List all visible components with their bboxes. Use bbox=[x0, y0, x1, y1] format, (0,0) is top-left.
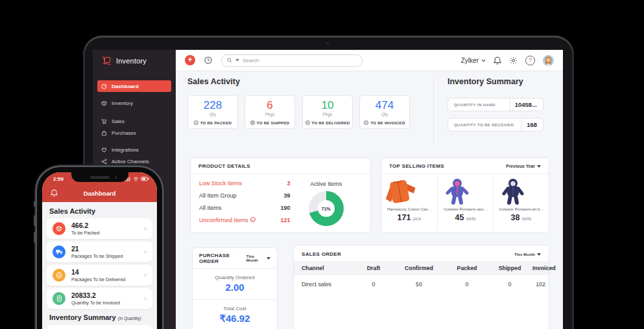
to-be-invoiced-card[interactable]: 474 Qty TO BE INVOICED bbox=[359, 95, 410, 129]
top-selling-item[interactable]: Cutiepie Rompers-jet b... 38 sets bbox=[493, 174, 549, 230]
top-selling-items-card: TOP SELLING ITEMS Previous Year bbox=[381, 157, 549, 233]
phone-volume-down-button bbox=[34, 232, 36, 243]
top-selling-title: TOP SELLING ITEMS bbox=[389, 163, 444, 169]
table-row[interactable]: Direct sales 0 50 0 0 102 bbox=[294, 275, 549, 293]
search-icon bbox=[227, 58, 232, 63]
total-cost-label: Total Cost bbox=[193, 306, 277, 312]
summary-card-partial[interactable] bbox=[47, 325, 152, 329]
app-logo: Inventory bbox=[101, 56, 147, 66]
phone-nav-bar: Dashboard bbox=[42, 185, 157, 202]
phone-volume-up-button bbox=[34, 215, 36, 226]
sidebar-item-dashboard[interactable]: Dashboard bbox=[97, 80, 171, 92]
phone-mute-switch bbox=[34, 201, 36, 207]
to-be-invoiced-card[interactable]: 20833.2 Quantity To be Invoiced › bbox=[47, 288, 152, 309]
chevron-right-icon: › bbox=[144, 224, 147, 232]
unconfirmed-items-row[interactable]: Unconfirmed Itemsi 121 bbox=[199, 214, 291, 227]
to-be-packed-card[interactable]: 228 Qty TO BE PACKED bbox=[187, 95, 238, 129]
sidebar-item-integrations[interactable]: Integrations bbox=[97, 144, 171, 155]
phone-notch bbox=[71, 172, 128, 182]
box-icon bbox=[101, 100, 107, 106]
romper-navy-product-image bbox=[494, 177, 532, 205]
search-placeholder: Search bbox=[243, 58, 259, 63]
sidebar-item-inventory[interactable]: Inventory bbox=[97, 97, 171, 109]
chevron-down-icon bbox=[481, 59, 486, 62]
product-details-card: PRODUCT DETAILS Low Stock Items 3 All It… bbox=[190, 157, 371, 233]
tablet-camera bbox=[326, 41, 329, 45]
main-content: + Search bbox=[176, 50, 563, 329]
phone-inventory-summary-title: Inventory Summary (In Quantity) bbox=[49, 313, 141, 321]
battery-icon bbox=[141, 177, 149, 181]
help-icon[interactable]: ? bbox=[525, 56, 535, 65]
caret-down-icon bbox=[267, 257, 270, 260]
top-selling-item[interactable]: Hanswooly Cotton Cas... 171 pcs bbox=[381, 174, 437, 230]
wifi-icon bbox=[133, 177, 139, 181]
channels-icon bbox=[101, 159, 107, 164]
caret-down-icon bbox=[537, 165, 541, 168]
active-items-label: Active Items bbox=[291, 181, 362, 187]
quantity-to-be-received-pill[interactable]: QUANTITY TO BE RECEIVED 168 bbox=[447, 118, 543, 131]
integrations-icon bbox=[101, 147, 107, 153]
app-logo-label: Inventory bbox=[116, 57, 147, 65]
topbar: + Search bbox=[176, 50, 563, 71]
total-cost-value: ₹46.92 bbox=[193, 313, 277, 324]
sales-order-filter-dropdown[interactable]: This Month bbox=[514, 253, 541, 256]
sales-order-title: SALES ORDER bbox=[302, 251, 341, 257]
phone-page-title: Dashboard bbox=[42, 190, 157, 197]
product-details-title: PRODUCT DETAILS bbox=[198, 163, 250, 169]
sidebar-item-active-channels[interactable]: Active Channels bbox=[97, 155, 171, 167]
caret-down-icon bbox=[537, 253, 541, 256]
settings-gear-icon[interactable] bbox=[509, 56, 518, 65]
all-item-group-row[interactable]: All Item Group 39 bbox=[199, 189, 291, 201]
purchase-order-card: PURCHASE ORDER This Month Quantity Order… bbox=[192, 247, 278, 329]
to-be-shipped-card[interactable]: 6 Pkgs TO BE SHIPPED bbox=[244, 95, 295, 129]
to-be-delivered-card[interactable]: 14 Packages To be Delivered › bbox=[47, 265, 152, 286]
section-divider bbox=[433, 77, 434, 144]
dashboard-icon bbox=[101, 84, 107, 89]
phone-sales-activity-title: Sales Activity bbox=[49, 207, 95, 215]
inventory-summary-title: Inventory Summary bbox=[447, 77, 523, 86]
search-scope-caret-icon bbox=[235, 59, 239, 62]
quantity-ordered-value: 2.00 bbox=[193, 282, 277, 293]
scene: Inventory Dashboard Inventory bbox=[0, 0, 644, 329]
to-be-shipped-card[interactable]: 21 Packages To be Shipped › bbox=[47, 242, 152, 262]
top-selling-item[interactable]: Cutiepie Rompers-spo... 45 sets bbox=[437, 174, 493, 230]
packed-status-icon bbox=[194, 120, 198, 125]
purchase-order-title: PURCHASE ORDER bbox=[199, 253, 246, 264]
info-icon: i bbox=[250, 217, 256, 222]
notifications-bell-icon[interactable] bbox=[494, 56, 501, 65]
low-stock-row[interactable]: Low Stock Items 3 bbox=[199, 177, 291, 189]
topbar-right: Zylker ? bbox=[461, 55, 554, 66]
to-be-delivered-card[interactable]: 10 Pkgs TO BE DELIVERED bbox=[302, 95, 353, 129]
sidebar-item-purchases[interactable]: Purchases bbox=[97, 127, 171, 139]
phone-front-camera bbox=[115, 176, 117, 179]
quick-create-button[interactable]: + bbox=[185, 55, 195, 65]
phone-body: Sales Activity 466.2 To be Packed › bbox=[42, 202, 157, 329]
user-avatar[interactable] bbox=[543, 55, 554, 66]
cart-icon bbox=[101, 119, 107, 124]
chevron-right-icon: › bbox=[144, 294, 147, 302]
divider bbox=[193, 299, 277, 300]
org-switcher[interactable]: Zylker bbox=[461, 57, 486, 64]
top-selling-filter-dropdown[interactable]: Previous Year bbox=[506, 164, 541, 168]
delivered-status-icon bbox=[305, 120, 310, 125]
chevron-right-icon: › bbox=[144, 271, 147, 278]
all-items-row[interactable]: All Items 190 bbox=[199, 201, 291, 214]
status-time: 2:59 bbox=[53, 176, 64, 182]
package-icon bbox=[53, 222, 66, 235]
cardigan-product-image bbox=[381, 177, 420, 205]
check-icon bbox=[53, 269, 66, 282]
to-be-packed-card[interactable]: 466.2 To be Packed › bbox=[47, 218, 152, 239]
invoice-icon bbox=[53, 292, 66, 305]
recent-activity-icon[interactable] bbox=[204, 56, 213, 65]
bag-icon bbox=[101, 130, 107, 136]
phone-screen: 2:59 bbox=[42, 172, 157, 329]
quantity-in-hand-pill[interactable]: QUANTITY IN HAND 10458... bbox=[447, 98, 543, 111]
purchase-order-filter-dropdown[interactable]: This Month bbox=[246, 255, 270, 262]
search-input[interactable]: Search bbox=[221, 54, 363, 67]
sales-order-card: SALES ORDER This Month Channel Draft Con… bbox=[293, 245, 549, 329]
phone-device-frame: 2:59 bbox=[37, 167, 162, 329]
sidebar-item-sales[interactable]: Sales bbox=[97, 115, 171, 127]
romper-product-image bbox=[438, 177, 477, 205]
chevron-right-icon: › bbox=[144, 247, 147, 255]
phone-speaker bbox=[90, 176, 110, 179]
